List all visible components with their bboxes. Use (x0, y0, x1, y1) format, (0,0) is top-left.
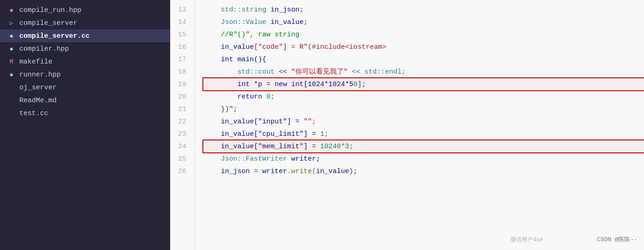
code-token: new (275, 78, 291, 91)
sidebar-item-runner_hpp[interactable]: ◆runner.hpp (0, 68, 170, 81)
editor-area: 1314151617181920212223242526 std::string… (170, 0, 644, 250)
file-icon: ◆ (7, 6, 16, 14)
sidebar-item-label: runner.hpp (19, 71, 61, 79)
sidebar-item-label: test.cc (19, 110, 48, 117)
code-token: = (254, 165, 262, 178)
file-icon: ▷ (7, 19, 16, 27)
line-number: 18 (175, 66, 186, 78)
code-token: ["input"] = (254, 116, 304, 128)
code-line: in_value["input"] = ""; (204, 116, 644, 128)
code-line: Json::Value in_value; (204, 16, 644, 29)
code-token: std::string (204, 4, 270, 16)
line-number: 25 (175, 153, 186, 165)
code-line: in_json = writer.write(in_value); (204, 165, 644, 178)
line-number: 15 (175, 29, 186, 41)
sidebar-item-label: compiler.hpp (19, 45, 69, 53)
sidebar-item-readme_md[interactable]: ReadMe.md (0, 94, 170, 107)
line-number: 22 (175, 116, 186, 128)
code-token: ["code"] = R"(#include<iostream> (254, 41, 386, 53)
line-number: 14 (175, 16, 186, 29)
code-content[interactable]: std::string in_json; Json::Value in_valu… (195, 0, 644, 250)
line-number: 24 (175, 140, 186, 153)
code-line: in_value["code"] = R"(#include<iostream> (204, 41, 644, 53)
code-token: *p = (254, 78, 275, 91)
line-number: 26 (175, 165, 186, 178)
sidebar: ◆compile_run.hpp▷compile_server◆compile_… (0, 0, 170, 250)
code-token: main(){ (237, 53, 266, 66)
code-token: << std::endl; (348, 66, 406, 78)
file-icon (7, 96, 16, 105)
code-line: std::cout << "你可以看见我了" << std::endl; (204, 66, 644, 78)
code-token: std::cout (204, 66, 279, 78)
code-line: //R"()", raw string (204, 29, 644, 41)
code-line: std::string in_json; (204, 4, 644, 16)
code-line: })"; (204, 103, 644, 116)
code-token: int (204, 53, 237, 66)
sidebar-item-label: compile_server.cc (19, 32, 90, 40)
code-token: ["mem_limit"] (254, 140, 308, 153)
line-number: 16 (175, 41, 186, 53)
line-number: 19 (175, 78, 186, 91)
sidebar-item-oj_server[interactable]: oj_server (0, 81, 170, 94)
code-line: return 0; (204, 91, 644, 103)
code-token: 0; (266, 91, 275, 103)
code-token: int (204, 78, 254, 91)
code-token: = (308, 140, 320, 153)
code-line: in_value["cpu_limit"] = 1; (204, 128, 644, 140)
sidebar-item-label: makefile (19, 58, 52, 66)
sidebar-item-label: compile_run.hpp (19, 6, 81, 14)
code-token: in_json (204, 165, 254, 178)
file-icon: ◆ (7, 45, 16, 53)
code-token: in_value (316, 165, 349, 178)
sidebar-item-compile_server_cc[interactable]: ◆compile_server.cc (0, 29, 170, 42)
file-icon (7, 83, 16, 92)
sidebar-item-compile_server[interactable]: ▷compile_server (0, 17, 170, 29)
sidebar-item-compiler_hpp[interactable]: ◆compiler.hpp (0, 42, 170, 55)
code-line: int main(){ (204, 53, 644, 66)
code-token: << (279, 66, 291, 78)
code-token: .write( (287, 165, 316, 178)
code-token: ]; (357, 78, 366, 91)
sidebar-item-makefile[interactable]: Mmakefile (0, 55, 170, 68)
sidebar-item-compile_run_hpp[interactable]: ◆compile_run.hpp (0, 4, 170, 17)
author-label: CSDN @陈陈-- (597, 235, 638, 244)
code-token: 10240*3; (320, 140, 353, 153)
code-token: writer (262, 165, 287, 178)
sidebar-item-label: ReadMe.md (19, 97, 57, 105)
code-token: return (204, 91, 266, 103)
code-token: ""; (304, 116, 316, 128)
sidebar-item-label: compile_server (19, 19, 77, 27)
code-token: writer; (291, 153, 320, 165)
file-icon (7, 109, 16, 117)
code-token: ; (299, 4, 304, 16)
code-token: in_json (270, 4, 299, 16)
code-token: ); (349, 165, 357, 178)
code-token: Json::Value (204, 16, 270, 29)
file-icon: ◆ (7, 70, 16, 79)
code-token: })"; (204, 103, 237, 116)
code-line: in_value["mem_limit"] = 10240*3; (204, 140, 644, 153)
line-number: 23 (175, 128, 186, 140)
code-token: int (291, 78, 304, 91)
code-token: "你可以看见我了" (291, 66, 348, 78)
line-number: 21 (175, 103, 186, 116)
code-token: in_value (204, 140, 254, 153)
code-token: [1024*1024*5 (304, 78, 353, 91)
sidebar-item-label: oj_server (19, 84, 57, 92)
line-number: 20 (175, 91, 186, 103)
line-number: 17 (175, 53, 186, 66)
code-token: Json::FastWriter (204, 153, 291, 165)
code-token: in_value (204, 116, 254, 128)
code-token: ["cpu_limit"] = (254, 128, 320, 140)
code-line: int *p = new int[1024*1024*50]; (204, 78, 644, 91)
line-number: 13 (175, 4, 186, 16)
line-numbers: 1314151617181920212223242526 (170, 0, 195, 250)
code-token: //R"()", raw string (204, 29, 299, 41)
code-token: in_value (204, 128, 254, 140)
code-line: Json::FastWriter writer; (204, 153, 644, 165)
code-token: in_value (204, 41, 254, 53)
code-token: 1; (320, 128, 328, 140)
code-token: in_value (270, 16, 304, 29)
code-token: ; (304, 16, 308, 29)
sidebar-item-test_cc[interactable]: test.cc (0, 107, 170, 120)
